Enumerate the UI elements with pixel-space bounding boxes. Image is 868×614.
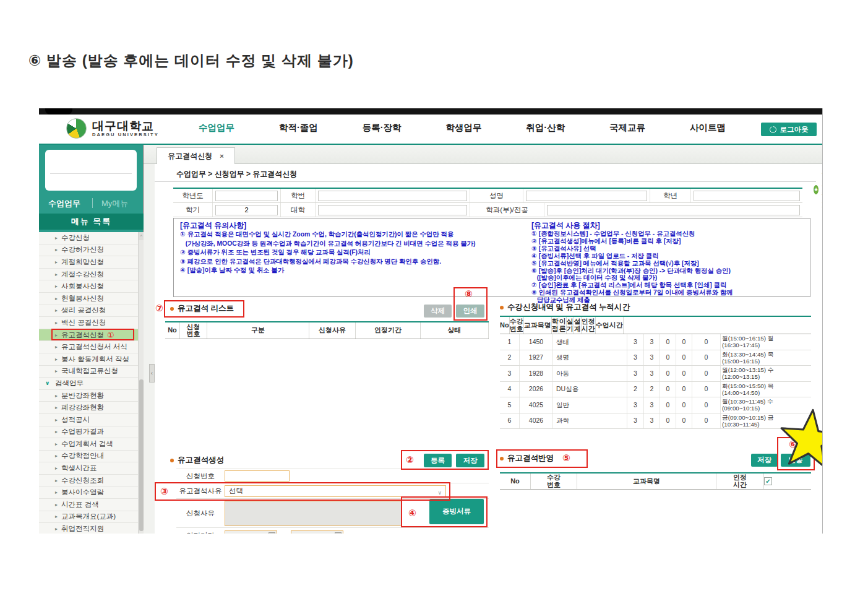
arrow-right-icon: ▸ [55,526,58,532]
sidebar-menu-item[interactable]: ▸ ∨ 수업평가결과 [39,426,138,439]
sidebar-menu-item[interactable]: ▸ ∨ 교과목개요(교과) [39,511,138,524]
calendar-icon[interactable] [269,532,275,534]
scrollbar-thumb[interactable] [139,379,144,531]
logout-button[interactable]: 로그아웃 [761,123,817,136]
power-icon [770,126,776,133]
callout-3: ③ [160,486,168,497]
sidebar-menu-item[interactable]: ▸ ∨ 유고결석신청서 서식 [39,341,138,353]
sidebar-menu-item-label: 수업평가결과 [61,427,104,436]
year-label: 학년도 [173,189,213,202]
column-header: 수강 번호 [531,473,577,489]
logo-subtitle: DAEGU UNIVERSITY [92,132,159,137]
top-nav-item[interactable]: 학적·졸업 [279,122,318,134]
apply-reason-textarea[interactable] [225,501,402,526]
sidebar-collapse-handle[interactable]: ‹ [149,364,155,383]
cell-course-name: 일반 [553,397,627,413]
sidebar-menu-item[interactable]: ▸ ∨ 취업전직지원 [39,523,138,534]
save-button-create[interactable]: 저장 [456,454,484,467]
notice-precautions: [유고결석 유의사항] ① 유고결석 적용은 대면수업 및 실시간 Zoom 수… [180,221,523,275]
sidebar-menu-item-label: 교과목개요(교과) [61,512,116,521]
sidebar-menu-item[interactable]: ▸ ∨ 계절희망신청 [39,256,138,269]
callout-8: ⑧ [465,288,473,300]
sidebar-tab-divider [92,198,93,208]
top-nav-item[interactable]: 수업업무 [199,122,234,134]
sidebar-menu-item[interactable]: ▸ ∨ 백신 공결신청 [39,317,138,329]
arrow-right-icon: ▸ [55,393,58,399]
favorite-link[interactable]: ★ 즐겨찾기 [814,168,823,210]
sidebar-menu-item[interactable]: ▸ ∨ 수강학점안내 [39,451,138,463]
grade-input[interactable] [694,191,800,201]
arrow-right-icon: ▸ [55,405,58,410]
student-no-label: 학번 [281,189,316,202]
panel-gutter [144,164,155,534]
absence-reason-select[interactable]: 선택 ∨ [225,485,446,497]
sidebar-menu-item[interactable]: ▸ ∨ 생리 공결신청 [39,305,138,318]
sidebar-menu-item[interactable]: ▸ ∨ 사회봉사신청 [39,280,138,293]
cell-design: 0 [676,382,692,397]
sidebar-menu-item-label: 검색업무 [55,379,84,388]
sidebar-menu-item[interactable]: ▸ ∨ 계절수강신청 [39,269,138,281]
apply-no-label: 신청번호 [176,472,225,481]
tab-close-icon[interactable]: × [220,152,223,160]
sidebar-menu-item-label: 봉사 활동계획서 작성 [61,355,129,364]
cell-class-time: 화(13:30~14:45) 목(15:00~16:15) [721,350,810,366]
sidebar-menu-item[interactable]: ▸ ∨ 봉사 활동계획서 작성 [39,353,138,366]
sidebar-menu-item[interactable]: ▸ ∨ 성적공시 [39,414,138,426]
sidebar-menu-item-label: 수강허가신청 [61,245,104,254]
print-button[interactable]: 인쇄 [456,305,484,318]
tab-absence-application[interactable]: 유고결석신청 × [157,147,235,164]
sidebar-menu-item-label: 국내학점교류신청 [61,366,118,376]
arrow-right-icon: ▸ [55,332,58,338]
credit-table-row: 6 4026 과학 3 3 0 0 0 금(09:00~10:15) 금(10:… [500,413,811,430]
year-input[interactable] [215,191,278,201]
top-nav-item[interactable]: 국제교류 [609,122,645,134]
sidebar-menu-item[interactable]: ▸ ∨ 검색업무 [39,378,138,390]
college-input[interactable] [318,205,467,215]
column-header: 신청 번호 [180,322,207,339]
sidebar-menu-item[interactable]: ▸ ∨ 분반강좌현황 [39,390,138,402]
sidebar-menu-item[interactable]: ▸ ∨ 수강신청조회 [39,475,138,487]
sidebar-menu-item[interactable]: ▸ ∨ 학생시간표 [39,462,138,475]
university-logo[interactable]: 대구대학교 DAEGU UNIVERSITY [66,118,159,139]
cell-practice: 0 [660,397,676,413]
sidebar-menu-item[interactable]: ▸ ∨ 시간표 검색 [39,499,138,511]
sidebar-menu-item[interactable]: ▸ ∨ 수강허가신청 [39,244,138,257]
period-start-input[interactable] [225,530,277,534]
select-all-checkbox[interactable]: ✔ [764,477,772,485]
sidebar-menu-item[interactable]: ▸ ∨ 헌혈봉사신청 [39,293,138,305]
sidebar-scrollbar[interactable]: ^ [138,232,144,534]
sidebar-menu-item[interactable]: ▸ ∨ 유고결석신청 ① [39,329,138,342]
top-nav-item[interactable]: 취업·산학 [526,122,565,134]
arrow-right-icon: ▸ [55,514,58,519]
cell-course-code: 4026 [520,413,553,429]
calendar-icon[interactable] [335,532,342,534]
student-no-input[interactable] [318,191,467,201]
name-label: 성명 [470,189,523,202]
sidebar-menu-item[interactable]: ▸ ∨ 국내학점교류신청 [39,366,138,378]
arrow-right-icon: ▸ [55,308,58,313]
top-nav-item[interactable]: 사이트맵 [690,122,726,134]
cell-theory: 3 [644,366,660,381]
sidebar-tab-my-menu[interactable]: My메뉴 [101,198,128,209]
register-button[interactable]: 등록 [424,454,452,467]
sidebar-menu-item-label: 수강신청조회 [61,476,104,485]
top-nav-item[interactable]: 학생업무 [445,122,481,134]
apply-no-input[interactable] [225,470,290,482]
name-input[interactable] [526,191,647,201]
cell-theory: 3 [644,334,660,350]
menu-list-title: 메뉴 목록 [39,214,144,230]
sidebar-menu-item[interactable]: ▸ ∨ 수강신청 [39,232,138,244]
period-end-input[interactable] [291,530,343,534]
sidebar-menu-item[interactable]: ▸ ∨ 수업계획서 검색 [39,438,138,451]
sidebar-tab-course-work[interactable]: 수업업무 [48,198,80,209]
major-input[interactable] [547,205,800,215]
notice-line: ⑦ [승인]완료 후 [유고결석 리스트]에서 해당 항목 선택후 [인쇄] 클… [531,282,807,289]
sidebar-menu-item-label: 시간표 검색 [61,500,99,509]
sidebar-menu-item[interactable]: ▸ ∨ 봉사이수열람 [39,486,138,499]
sidebar-menu-item[interactable]: ▸ ∨ 폐강강좌현황 [39,402,138,414]
attach-document-button[interactable]: 증빙서류 [429,499,484,524]
cell-course-name: 과학 [553,413,627,429]
semester-value[interactable]: 2 [215,205,278,215]
top-nav-item[interactable]: 등록·장학 [363,122,402,134]
delete-button[interactable]: 삭제 [424,305,452,318]
